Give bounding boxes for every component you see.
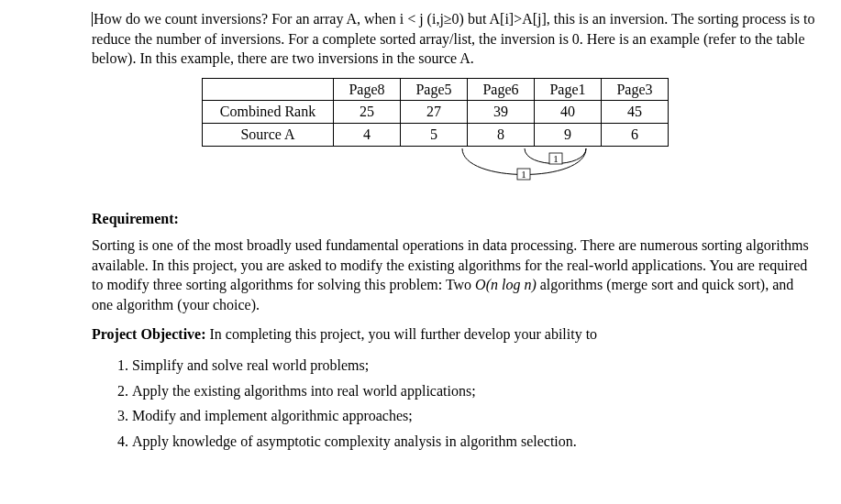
table-cell: 9 bbox=[535, 123, 602, 146]
arc-label-text: 1 bbox=[521, 169, 526, 180]
intro-paragraph: How do we count inversions? For an array… bbox=[92, 9, 815, 69]
inversion-table-wrap: Page8 Page5 Page6 Page1 Page3 Combined R… bbox=[202, 78, 815, 192]
table-row: Source A 4 5 8 9 6 bbox=[203, 123, 669, 146]
table-row: Combined Rank 25 27 39 40 45 bbox=[203, 101, 669, 124]
col-header: Page6 bbox=[468, 78, 535, 101]
table-cell: 6 bbox=[602, 123, 669, 146]
table-corner-cell bbox=[203, 78, 334, 101]
big-o-notation: O(n log n) bbox=[475, 277, 537, 292]
row-label: Source A bbox=[203, 123, 334, 146]
intro-text: How do we count inversions? For an array… bbox=[92, 11, 814, 66]
project-objective-lead: Project Objective: In completing this pr… bbox=[92, 324, 815, 345]
inversion-arcs: 1 1 bbox=[435, 147, 841, 192]
col-header: Page8 bbox=[334, 78, 401, 101]
table-cell: 5 bbox=[401, 123, 468, 146]
table-header-row: Page8 Page5 Page6 Page1 Page3 bbox=[203, 78, 669, 101]
list-item: Apply knowledge of asymptotic complexity… bbox=[132, 429, 815, 455]
arcs-svg: 1 1 bbox=[435, 147, 673, 192]
table-cell: 25 bbox=[334, 101, 401, 124]
table-cell: 27 bbox=[401, 101, 468, 124]
table-cell: 8 bbox=[468, 123, 535, 146]
col-header: Page5 bbox=[401, 78, 468, 101]
table-cell: 4 bbox=[334, 123, 401, 146]
list-item: Modify and implement algorithmic approac… bbox=[132, 403, 815, 429]
document-page: How do we count inversions? For an array… bbox=[0, 0, 841, 504]
list-item: Apply the existing algorithms into real … bbox=[132, 378, 815, 404]
objective-list: Simplify and solve real world problems; … bbox=[112, 353, 815, 454]
project-objective-label: Project Objective: bbox=[92, 326, 210, 342]
col-header: Page3 bbox=[602, 78, 669, 101]
table-cell: 40 bbox=[535, 101, 602, 124]
requirement-body: Sorting is one of the most broadly used … bbox=[92, 236, 815, 314]
inversion-table: Page8 Page5 Page6 Page1 Page3 Combined R… bbox=[202, 78, 669, 147]
requirement-heading: Requirement: bbox=[92, 209, 815, 229]
table-cell: 45 bbox=[602, 101, 669, 124]
col-header: Page1 bbox=[535, 78, 602, 101]
arc-label-text: 1 bbox=[553, 153, 559, 164]
table-cell: 39 bbox=[468, 101, 535, 124]
row-label: Combined Rank bbox=[203, 101, 334, 124]
project-objective-text: In completing this project, you will fur… bbox=[210, 326, 598, 342]
list-item: Simplify and solve real world problems; bbox=[132, 353, 815, 378]
